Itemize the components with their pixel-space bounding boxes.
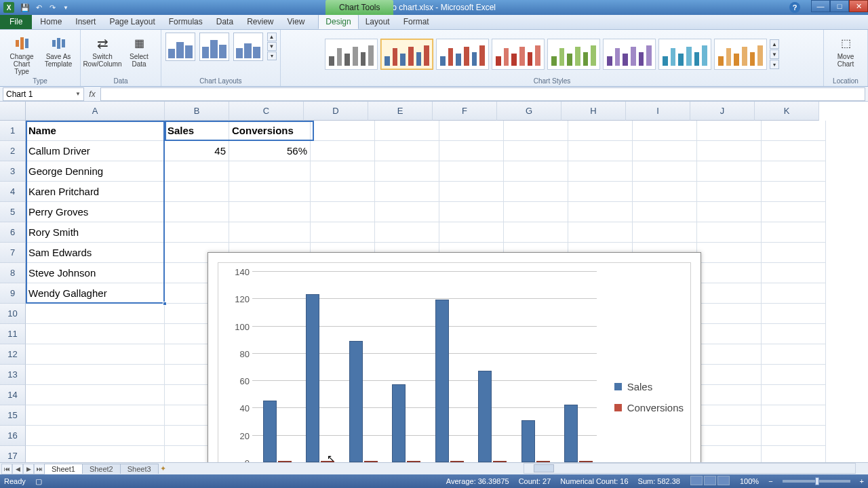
new-sheet-button[interactable]: ✦ xyxy=(160,464,171,474)
cell-J13[interactable] xyxy=(697,365,762,385)
embedded-chart[interactable]: Callum DriverGeorge DenningKaren Pritcha… xyxy=(208,252,701,462)
help-icon[interactable]: ? xyxy=(789,2,800,13)
col-header-J[interactable]: J xyxy=(690,102,755,121)
tab-page-layout[interactable]: Page Layout xyxy=(102,14,161,29)
plot-area[interactable] xyxy=(252,271,597,462)
cell-J16[interactable] xyxy=(697,426,762,446)
zoom-out-button[interactable]: − xyxy=(768,477,772,485)
row-header-16[interactable]: 16 xyxy=(0,426,26,446)
cell-C5[interactable] xyxy=(229,202,311,222)
cell-H6[interactable] xyxy=(568,222,633,243)
cell-I5[interactable] xyxy=(633,202,697,222)
cell-K9[interactable] xyxy=(762,283,826,304)
tab-formulas[interactable]: Formulas xyxy=(162,14,210,29)
zoom-slider[interactable] xyxy=(783,480,850,483)
col-header-B[interactable]: B xyxy=(165,102,229,121)
col-header-H[interactable]: H xyxy=(561,102,626,121)
row-header-5[interactable]: 5 xyxy=(0,202,26,222)
chart-style-6[interactable] xyxy=(603,39,656,70)
cell-J12[interactable] xyxy=(697,344,762,365)
chart-style-1[interactable] xyxy=(325,39,378,70)
sheet-nav-first[interactable]: ⏮ xyxy=(1,464,12,474)
cell-A11[interactable] xyxy=(26,324,165,344)
col-header-E[interactable]: E xyxy=(368,102,433,121)
save-as-template-button[interactable]: Save As Template xyxy=(42,33,75,68)
save-icon[interactable]: 💾 xyxy=(20,3,30,12)
chart-layout-2[interactable] xyxy=(199,33,229,61)
cell-A16[interactable] xyxy=(26,426,165,446)
cell-K12[interactable] xyxy=(762,344,826,365)
row-header-3[interactable]: 3 xyxy=(0,161,26,182)
cell-H4[interactable] xyxy=(568,182,633,202)
chart-style-4[interactable] xyxy=(492,39,545,70)
cell-B6[interactable] xyxy=(165,222,229,243)
cell-J8[interactable] xyxy=(697,263,762,283)
cell-H3[interactable] xyxy=(568,161,633,182)
row-header-4[interactable]: 4 xyxy=(0,182,26,202)
chart-style-7[interactable] xyxy=(658,39,711,70)
cell-K7[interactable] xyxy=(762,243,826,263)
worksheet-grid[interactable]: ABCDEFGHIJK 1234567891011121314151617 Na… xyxy=(0,102,868,462)
scroll-thumb[interactable] xyxy=(534,464,554,472)
cell-C4[interactable] xyxy=(229,182,311,202)
tab-review[interactable]: Review xyxy=(240,14,280,29)
cell-D5[interactable] xyxy=(311,202,375,222)
cell-J17[interactable] xyxy=(697,446,762,462)
col-header-F[interactable]: F xyxy=(433,102,497,121)
file-tab[interactable]: File xyxy=(0,14,32,29)
tab-layout[interactable]: Layout xyxy=(359,14,397,29)
cell-J3[interactable] xyxy=(697,161,762,182)
close-button[interactable]: ✕ xyxy=(849,0,868,12)
cell-K15[interactable] xyxy=(762,405,826,426)
cell-D2[interactable] xyxy=(311,141,375,161)
tab-design[interactable]: Design xyxy=(318,14,358,29)
cell-J5[interactable] xyxy=(697,202,762,222)
cell-A9[interactable]: Wendy Gallagher xyxy=(26,283,165,304)
cell-D4[interactable] xyxy=(311,182,375,202)
cell-K5[interactable] xyxy=(762,202,826,222)
col-header-I[interactable]: I xyxy=(626,102,690,121)
styles-scroll-up[interactable]: ▲ xyxy=(770,39,779,49)
cell-A2[interactable]: Callum Driver xyxy=(26,141,165,161)
row-header-14[interactable]: 14 xyxy=(0,385,26,405)
view-buttons[interactable] xyxy=(690,476,730,487)
cell-E5[interactable] xyxy=(375,202,439,222)
cell-A5[interactable]: Perry Groves xyxy=(26,202,165,222)
cell-B1[interactable]: Sales xyxy=(165,121,229,141)
bar-sales-1[interactable] xyxy=(306,294,319,462)
row-header-11[interactable]: 11 xyxy=(0,324,26,344)
cell-H2[interactable] xyxy=(568,141,633,161)
cell-J2[interactable] xyxy=(697,141,762,161)
cell-C6[interactable] xyxy=(229,222,311,243)
cell-I1[interactable] xyxy=(633,121,697,141)
cell-G1[interactable] xyxy=(504,121,568,141)
cell-D1[interactable] xyxy=(311,121,375,141)
bar-sales-5[interactable] xyxy=(478,371,492,462)
cell-B5[interactable] xyxy=(165,202,229,222)
col-header-D[interactable]: D xyxy=(304,102,368,121)
tab-home[interactable]: Home xyxy=(33,14,68,29)
layouts-scroll-up[interactable]: ▲ xyxy=(267,33,277,41)
bar-sales-3[interactable] xyxy=(392,384,406,462)
cell-J14[interactable] xyxy=(697,385,762,405)
cell-J7[interactable] xyxy=(697,243,762,263)
row-header-17[interactable]: 17 xyxy=(0,446,26,462)
cell-K13[interactable] xyxy=(762,365,826,385)
cell-E2[interactable] xyxy=(375,141,439,161)
layouts-more[interactable]: ▾ xyxy=(267,52,277,60)
cell-J11[interactable] xyxy=(697,324,762,344)
cell-B4[interactable] xyxy=(165,182,229,202)
redo-icon[interactable]: ↷ xyxy=(47,3,57,12)
bar-sales-4[interactable] xyxy=(435,300,449,462)
row-header-6[interactable]: 6 xyxy=(0,222,26,243)
sheet-tab-3[interactable]: Sheet3 xyxy=(120,464,159,474)
chart-style-5[interactable] xyxy=(547,39,600,70)
styles-scroll-down[interactable]: ▼ xyxy=(770,49,779,59)
move-chart-button[interactable]: ⬚ Move Chart xyxy=(829,33,862,68)
cell-A4[interactable]: Karen Pritchard xyxy=(26,182,165,202)
cell-K1[interactable] xyxy=(762,121,826,141)
cell-G4[interactable] xyxy=(504,182,568,202)
cell-K16[interactable] xyxy=(762,426,826,446)
chart-style-3[interactable] xyxy=(436,39,489,70)
chart-style-8[interactable] xyxy=(714,39,767,70)
